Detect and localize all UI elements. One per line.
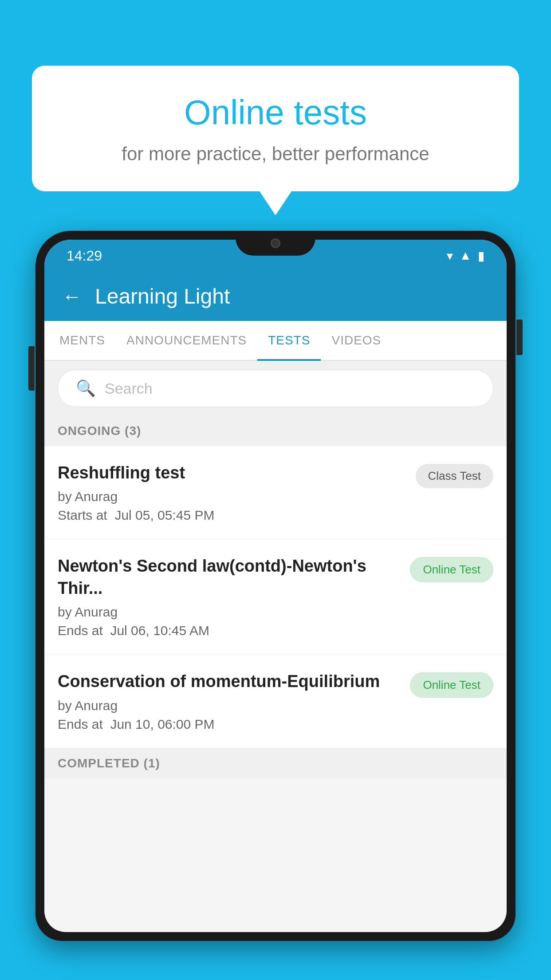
- phone-notch: [236, 231, 315, 256]
- test-info-1: Reshuffling test by Anurag Starts at Jul…: [58, 462, 407, 523]
- phone-container: 14:29 ▾ ▲ ▮ ← Learning Light MENTS ANNOU…: [35, 231, 516, 980]
- test-title-2: Newton's Second law(contd)-Newton's Thir…: [58, 555, 401, 599]
- tab-tests[interactable]: TESTS: [257, 321, 321, 360]
- test-item-3[interactable]: Conservation of momentum-Equilibrium by …: [44, 655, 507, 748]
- test-badge-3: Online Test: [410, 672, 493, 698]
- test-title-3: Conservation of momentum-Equilibrium: [58, 671, 401, 692]
- search-placeholder: Search: [105, 380, 153, 397]
- speech-bubble-section: Online tests for more practice, better p…: [32, 66, 519, 215]
- test-time-3: Ends at Jun 10, 06:00 PM: [58, 717, 401, 732]
- app-header: ← Learning Light: [44, 272, 507, 321]
- battery-icon: ▮: [478, 249, 484, 263]
- test-time-1: Starts at Jul 05, 05:45 PM: [58, 508, 407, 523]
- speech-bubble-subtitle: for more practice, better performance: [67, 143, 484, 165]
- phone-outer: 14:29 ▾ ▲ ▮ ← Learning Light MENTS ANNOU…: [35, 231, 516, 941]
- status-icons: ▾ ▲ ▮: [447, 249, 484, 263]
- tabs-bar: MENTS ANNOUNCEMENTS TESTS VIDEOS: [44, 321, 507, 361]
- phone-screen: 14:29 ▾ ▲ ▮ ← Learning Light MENTS ANNOU…: [44, 240, 507, 932]
- tab-announcements[interactable]: ANNOUNCEMENTS: [116, 321, 257, 360]
- test-item-1[interactable]: Reshuffling test by Anurag Starts at Jul…: [44, 446, 507, 539]
- speech-bubble-arrow: [260, 191, 291, 215]
- wifi-icon: ▾: [447, 249, 453, 263]
- completed-section-header: COMPLETED (1): [44, 748, 507, 778]
- test-author-2: by Anurag: [58, 605, 401, 620]
- test-badge-2: Online Test: [410, 557, 493, 582]
- tab-videos[interactable]: VIDEOS: [321, 321, 392, 360]
- test-list: Reshuffling test by Anurag Starts at Jul…: [44, 446, 507, 748]
- test-badge-1: Class Test: [416, 464, 493, 488]
- test-author-3: by Anurag: [58, 698, 401, 713]
- test-info-3: Conservation of momentum-Equilibrium by …: [58, 671, 401, 731]
- search-icon: 🔍: [76, 379, 96, 398]
- ongoing-section-header: ONGOING (3): [44, 416, 507, 446]
- speech-bubble-title: Online tests: [67, 92, 484, 133]
- search-container: 🔍 Search: [44, 361, 507, 416]
- signal-icon: ▲: [459, 249, 472, 263]
- search-bar[interactable]: 🔍 Search: [58, 370, 493, 407]
- tab-assignments[interactable]: MENTS: [49, 321, 116, 360]
- camera: [271, 238, 280, 248]
- test-author-1: by Anurag: [58, 489, 407, 504]
- test-time-2: Ends at Jul 06, 10:45 AM: [58, 623, 401, 638]
- test-item-2[interactable]: Newton's Second law(contd)-Newton's Thir…: [44, 539, 507, 655]
- status-time: 14:29: [67, 248, 102, 264]
- back-button[interactable]: ←: [62, 285, 82, 308]
- test-info-2: Newton's Second law(contd)-Newton's Thir…: [58, 555, 401, 638]
- app-title: Learning Light: [95, 284, 230, 308]
- speech-bubble: Online tests for more practice, better p…: [32, 66, 519, 191]
- test-title-1: Reshuffling test: [58, 462, 407, 484]
